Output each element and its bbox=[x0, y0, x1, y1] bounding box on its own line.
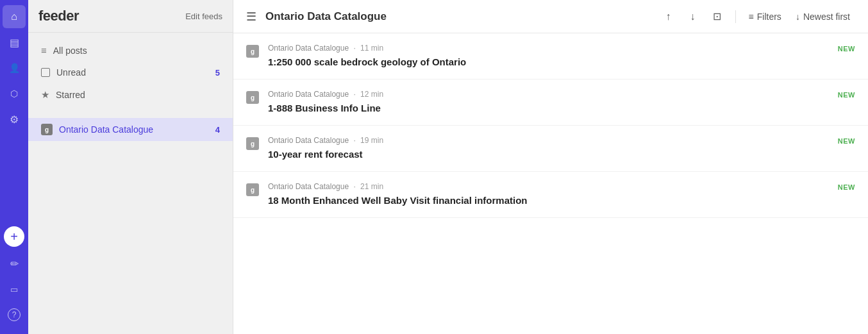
entry-dot-3: · bbox=[353, 182, 355, 191]
entry-content-0: Ontario Data Catalogue · 11 min 1:250 00… bbox=[268, 44, 829, 69]
header-actions: ↑ ↓ ⊡ ≡ Filters ↓ Newest first bbox=[658, 6, 855, 27]
up-arrow-icon: ↑ bbox=[666, 11, 671, 22]
feed-entry[interactable]: g Ontario Data Catalogue · 19 min 10-yea… bbox=[233, 126, 868, 172]
entry-title-0: 1:250 000 scale bedrock geology of Ontar… bbox=[268, 55, 829, 69]
prev-item-button[interactable]: ↑ bbox=[658, 6, 679, 27]
entry-time-0: 11 min bbox=[360, 44, 383, 53]
entry-source-name-2: Ontario Data Catalogue bbox=[268, 136, 349, 145]
star-icon: ★ bbox=[41, 89, 49, 101]
team-icon: 👤 bbox=[9, 63, 20, 73]
entry-title-2: 10-year rent forecast bbox=[268, 147, 829, 161]
expand-button[interactable]: ⊡ bbox=[707, 6, 728, 27]
entry-source-name-0: Ontario Data Catalogue bbox=[268, 44, 349, 53]
entry-content-1: Ontario Data Catalogue · 12 min 1-888 Bu… bbox=[268, 90, 829, 115]
down-arrow-icon: ↓ bbox=[690, 11, 696, 22]
main-header: ☰ Ontario Data Catalogue ↑ ↓ ⊡ ≡ Filters… bbox=[233, 0, 868, 33]
feed-list: g Ontario Data Catalogue · 11 min 1:250 … bbox=[233, 33, 868, 334]
entry-new-badge-0: NEW bbox=[838, 45, 855, 53]
sidebar-toggle-icon: ▤ bbox=[10, 37, 19, 49]
app-logo: feeder bbox=[38, 8, 79, 24]
integrations-nav-item[interactable]: ⬡ bbox=[3, 82, 26, 105]
entry-source-name-1: Ontario Data Catalogue bbox=[268, 90, 349, 99]
unread-count: 5 bbox=[215, 68, 220, 78]
plus-icon: + bbox=[10, 230, 18, 244]
starred-label: Starred bbox=[56, 90, 220, 100]
entry-source-name-3: Ontario Data Catalogue bbox=[268, 182, 349, 191]
main-title: Ontario Data Catalogue bbox=[265, 10, 658, 23]
square-icon: ⊡ bbox=[713, 10, 721, 22]
sidebar-header: feeder Edit feeds bbox=[28, 0, 233, 33]
sort-button[interactable]: ↓ Newest first bbox=[790, 9, 855, 24]
help-icon: ? bbox=[8, 308, 21, 321]
entry-favicon-2: g bbox=[246, 137, 259, 150]
filters-button[interactable]: ≡ Filters bbox=[744, 9, 787, 24]
puzzle-icon: ⬡ bbox=[10, 88, 18, 99]
entry-source-line-1: Ontario Data Catalogue · 12 min bbox=[268, 90, 829, 99]
feed-favicon-ontario: g bbox=[41, 124, 53, 135]
icon-bar-bottom: + ✏ ▭ ? bbox=[3, 226, 26, 334]
main-content: ☰ Ontario Data Catalogue ↑ ↓ ⊡ ≡ Filters… bbox=[233, 0, 868, 334]
entry-favicon-3: g bbox=[246, 183, 259, 196]
sort-label: Newest first bbox=[803, 12, 850, 22]
compose-nav-item[interactable]: ✏ bbox=[3, 252, 26, 275]
entry-dot-2: · bbox=[353, 136, 355, 145]
header-divider bbox=[735, 10, 736, 23]
team-nav-item[interactable]: 👤 bbox=[3, 56, 26, 79]
feed-entry[interactable]: g Ontario Data Catalogue · 11 min 1:250 … bbox=[233, 33, 868, 79]
entry-favicon-0: g bbox=[246, 45, 259, 58]
entry-new-badge-2: NEW bbox=[838, 137, 855, 145]
filter-icon: ≡ bbox=[749, 12, 754, 22]
icon-bar: ⌂ ▤ 👤 ⬡ ⚙ + ✏ ▭ ? bbox=[0, 0, 28, 334]
filters-label: Filters bbox=[757, 12, 781, 22]
settings-nav-item[interactable]: ⚙ bbox=[3, 108, 26, 131]
sidebar-toggle-nav-item[interactable]: ▤ bbox=[3, 31, 26, 54]
next-item-button[interactable]: ↓ bbox=[683, 6, 703, 27]
sidebar-nav: ≡ All posts Unread 5 ★ Starred bbox=[28, 33, 233, 113]
monitor-nav-item[interactable]: ▭ bbox=[3, 278, 26, 301]
monitor-icon: ▭ bbox=[10, 285, 18, 294]
gear-icon: ⚙ bbox=[10, 113, 19, 126]
feed-entry[interactable]: g Ontario Data Catalogue · 12 min 1-888 … bbox=[233, 79, 868, 126]
sidebar: feeder Edit feeds ≡ All posts Unread 5 ★… bbox=[28, 0, 233, 334]
entry-content-3: Ontario Data Catalogue · 21 min 18 Month… bbox=[268, 182, 829, 207]
sidebar-item-unread[interactable]: Unread 5 bbox=[28, 62, 233, 83]
entry-source-line-0: Ontario Data Catalogue · 11 min bbox=[268, 44, 829, 53]
feed-count-ontario: 4 bbox=[215, 125, 220, 135]
entry-favicon-1: g bbox=[246, 91, 259, 104]
unread-icon bbox=[41, 68, 50, 77]
edit-feeds-button[interactable]: Edit feeds bbox=[185, 12, 222, 21]
help-nav-item[interactable]: ? bbox=[3, 303, 26, 326]
entry-time-2: 19 min bbox=[360, 136, 383, 145]
list-icon: ≡ bbox=[41, 45, 47, 56]
sidebar-feeds: g Ontario Data Catalogue 4 bbox=[28, 113, 233, 146]
sort-icon: ↓ bbox=[796, 12, 800, 22]
feed-label-ontario: Ontario Data Catalogue bbox=[59, 124, 209, 135]
entry-title-1: 1-888 Business Info Line bbox=[268, 101, 829, 115]
home-nav-item[interactable]: ⌂ bbox=[3, 5, 26, 28]
entry-dot-0: · bbox=[353, 44, 355, 53]
all-posts-label: All posts bbox=[53, 46, 220, 56]
feed-entry[interactable]: g Ontario Data Catalogue · 21 min 18 Mon… bbox=[233, 172, 868, 218]
entry-source-line-3: Ontario Data Catalogue · 21 min bbox=[268, 182, 829, 191]
entry-new-badge-3: NEW bbox=[838, 183, 855, 191]
entry-dot-1: · bbox=[353, 90, 355, 99]
unread-label: Unread bbox=[56, 67, 209, 78]
add-feed-button[interactable]: + bbox=[4, 226, 24, 247]
entry-content-2: Ontario Data Catalogue · 19 min 10-year … bbox=[268, 136, 829, 161]
sidebar-item-starred[interactable]: ★ Starred bbox=[28, 83, 233, 106]
sidebar-feed-ontario[interactable]: g Ontario Data Catalogue 4 bbox=[28, 118, 233, 141]
entry-time-1: 12 min bbox=[360, 90, 383, 99]
entry-source-line-2: Ontario Data Catalogue · 19 min bbox=[268, 136, 829, 145]
sidebar-item-all-posts[interactable]: ≡ All posts bbox=[28, 39, 233, 62]
entry-time-3: 21 min bbox=[360, 182, 383, 191]
home-icon: ⌂ bbox=[11, 11, 17, 22]
menu-icon[interactable]: ☰ bbox=[246, 10, 256, 24]
entry-title-3: 18 Month Enhanced Well Baby Visit financ… bbox=[268, 194, 829, 207]
entry-new-badge-1: NEW bbox=[838, 91, 855, 99]
pencil-icon: ✏ bbox=[10, 258, 19, 270]
